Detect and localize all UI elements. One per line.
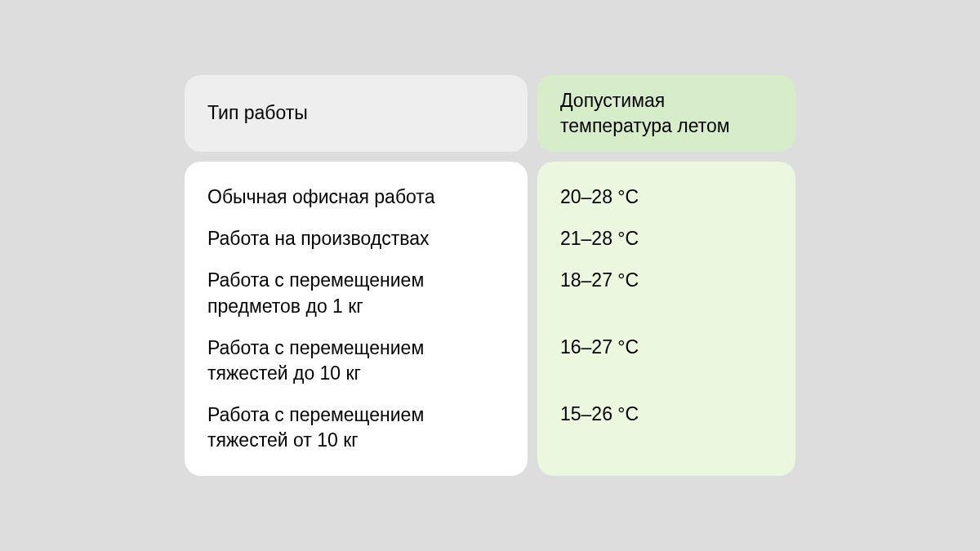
temperature-column: 20–28 °C 21–28 °C 18–27 °C 16–27 °C 15–2… <box>537 162 795 475</box>
work-type-column: Обычная офисная работа Работа на произво… <box>185 162 528 475</box>
column-header-temperature: Допустимая температура летом <box>537 75 795 152</box>
table-cell: Работа на производствах <box>207 226 505 251</box>
table-body-row: Обычная офисная работа Работа на произво… <box>185 162 795 475</box>
table-cell: 16–27 °C <box>560 335 773 385</box>
column-header-work-type: Тип работы <box>185 75 528 152</box>
table-cell: Работа с перемещением предметов до 1 кг <box>207 268 505 318</box>
table-cell: Обычная офисная работа <box>207 184 505 210</box>
table-header-row: Тип работы Допустимая температура летом <box>185 75 795 152</box>
table-cell: 15–26 °C <box>560 402 773 452</box>
table-cell: Работа с перемещением тяжестей до 10 кг <box>207 335 505 386</box>
table-cell: 20–28 °C <box>560 184 773 210</box>
temperature-table: Тип работы Допустимая температура летом … <box>185 75 795 475</box>
table-cell: Работа с перемещением тяжестей от 10 кг <box>207 402 505 453</box>
table-cell: 21–28 °C <box>560 226 773 251</box>
table-cell: 18–27 °C <box>560 268 773 318</box>
